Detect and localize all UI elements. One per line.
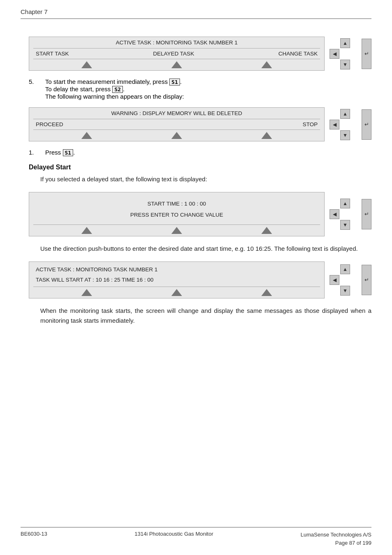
step5-dot: . [180, 78, 182, 85]
panel1-item1: START TASK [36, 51, 69, 57]
nav-left-2[interactable]: ◀ [330, 120, 339, 130]
nav-empty-br2 [351, 130, 361, 140]
arrow-up-3 [261, 61, 272, 68]
key-s2: S2 [112, 86, 123, 93]
panel4-line1: ACTIVE TASK : MONITORING TASK NUMBER 1 [29, 264, 324, 275]
step1-period: . [73, 149, 75, 156]
nav-empty-bl3 [330, 220, 339, 230]
nav-empty-br3 [351, 220, 361, 230]
nav-empty-tr [351, 38, 361, 48]
step-1: 1. Press S1. [29, 149, 371, 156]
nav-up-4[interactable]: ▲ [340, 264, 350, 274]
panel2-item2: STOP [302, 121, 318, 127]
nav-empty-tl2 [330, 109, 339, 119]
nav-down-4[interactable]: ▼ [340, 286, 350, 296]
panel1-line1: ACTIVE TASK : MONITORING TASK NUMBER 1 [29, 37, 324, 48]
delayed-start-heading: Delayed Start [29, 164, 371, 171]
panel2-line1: WARNING : DISPLAY MEMORY WILL BE DELETED [29, 108, 324, 119]
footer-page: Page 87 of 199 [301, 539, 372, 547]
nav-empty-br4 [351, 286, 361, 296]
key-s1-a: S1 [169, 79, 180, 86]
step5-line1: To start the measurement immediately, pr… [45, 78, 169, 85]
nav-empty-bl4 [330, 286, 339, 296]
nav-up-3[interactable]: ▲ [340, 199, 350, 208]
nav-empty-bl2 [330, 130, 339, 140]
body-text-2: Use the direction push-buttons to enter … [29, 244, 371, 254]
nav-cross-2: ▲ ◀ ▼ [330, 109, 361, 140]
nav-enter-1[interactable]: ↵ [362, 39, 371, 69]
step-5-content: To start the measurement immediately, pr… [45, 78, 184, 100]
panel3-arrows [29, 225, 324, 236]
page-footer: BE6030-13 1314i Photoacoustic Gas Monito… [21, 527, 371, 547]
nav-empty-center2 [340, 120, 350, 130]
nav-empty-center3 [340, 209, 350, 219]
nav-enter-3[interactable]: ↵ [362, 199, 371, 229]
nav-empty-r [351, 49, 361, 59]
arrow-up-9 [261, 227, 272, 234]
step-1-content: Press S1. [45, 149, 75, 156]
arrow-up-6 [261, 132, 272, 139]
footer-company: LumaSense Technologies A/S [301, 531, 372, 539]
delayed-start-body: If you selected a delayed start, the fol… [29, 174, 371, 185]
display-group-4: ACTIVE TASK : MONITORING TASK NUMBER 1 T… [29, 261, 371, 298]
nav-empty-r3 [351, 209, 361, 219]
nav-empty-tr2 [351, 109, 361, 119]
panel-4: ACTIVE TASK : MONITORING TASK NUMBER 1 T… [29, 261, 325, 298]
panel1-items: START TASK DELAYED TASK CHANGE TASK [29, 49, 324, 59]
arrow-up-8 [171, 227, 182, 234]
arrow-up-10 [81, 289, 92, 296]
nav-left-4[interactable]: ◀ [330, 275, 339, 285]
panel1-item2: DELAYED TASK [153, 51, 194, 57]
nav-cross-3: ▲ ◀ ▼ [330, 199, 361, 230]
nav-enter-4[interactable]: ↵ [362, 265, 371, 295]
step-5: 5. To start the measurement immediately,… [29, 78, 371, 100]
step5-line2: To delay the start, press [45, 86, 112, 92]
arrow-up-2 [171, 61, 182, 68]
nav-empty-br [351, 60, 361, 69]
panel3-line1: START TIME : 1 00 : 00 [29, 198, 324, 209]
arrow-up-11 [171, 289, 182, 296]
display-group-3: START TIME : 1 00 : 00 PRESS ENTER TO CH… [29, 192, 371, 236]
nav-down-3[interactable]: ▼ [340, 220, 350, 230]
arrow-up-12 [261, 289, 272, 296]
panel1-arrows [29, 59, 324, 70]
nav-down-1[interactable]: ▼ [340, 60, 350, 69]
nav-left-1[interactable]: ◀ [330, 49, 339, 59]
nav-up-2[interactable]: ▲ [340, 109, 350, 119]
nav-empty-center [340, 49, 350, 59]
nav-enter-2[interactable]: ↵ [362, 109, 371, 140]
footer-center: 1314i Photoacoustic Gas Monitor [135, 531, 214, 537]
step-5-number: 5. [29, 78, 45, 100]
step5-line3: The following warning then appears on th… [45, 93, 184, 100]
nav-empty-tl [330, 38, 339, 48]
nav-up-1[interactable]: ▲ [340, 38, 350, 48]
panel2-item1: PROCEED [36, 121, 63, 127]
nav-cross-1: ▲ ◀ ▼ [330, 38, 361, 69]
panel1-item3: CHANGE TASK [278, 51, 318, 57]
panel2-arrows [29, 130, 324, 141]
arrow-up-7 [81, 227, 92, 234]
nav-down-2[interactable]: ▼ [340, 130, 350, 140]
panel-2: WARNING : DISPLAY MEMORY WILL BE DELETED… [29, 107, 325, 141]
arrow-up-4 [81, 132, 92, 139]
display-group-1: ACTIVE TASK : MONITORING TASK NUMBER 1 S… [29, 37, 371, 71]
nav-empty-bl [330, 60, 339, 69]
nav-pad-4: ▲ ◀ ▼ ↵ [330, 264, 371, 296]
arrow-up-5 [171, 132, 182, 139]
footer-right: LumaSense Technologies A/S Page 87 of 19… [301, 531, 372, 547]
nav-left-3[interactable]: ◀ [330, 209, 339, 219]
nav-empty-center4 [340, 275, 350, 285]
chapter-header: Chapter 7 [21, 8, 371, 19]
nav-empty-tr4 [351, 264, 361, 274]
key-s1-b: S1 [63, 149, 74, 156]
panel-3: START TIME : 1 00 : 00 PRESS ENTER TO CH… [29, 192, 325, 236]
step1-text: Press [45, 149, 63, 156]
panel2-items: PROCEED STOP [29, 119, 324, 130]
final-text: When the monitoring task starts, the scr… [29, 306, 371, 326]
arrow-up-1 [81, 61, 92, 68]
step-1-number: 1. [29, 149, 45, 156]
panel-1: ACTIVE TASK : MONITORING TASK NUMBER 1 S… [29, 37, 325, 71]
nav-pad-1: ▲ ◀ ▼ ↵ [330, 38, 371, 69]
step5-dot2: . [123, 86, 125, 92]
footer-left: BE6030-13 [21, 531, 47, 537]
